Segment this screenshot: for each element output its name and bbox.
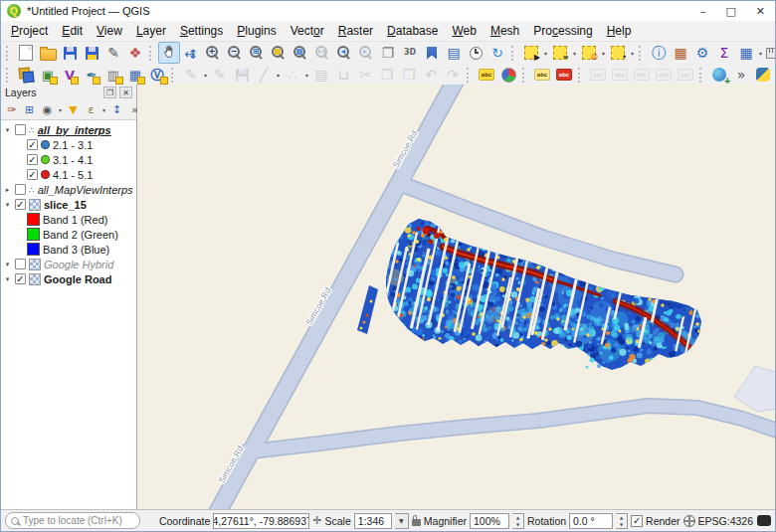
save-project-button[interactable] [59,42,81,64]
layer-tree-row[interactable]: Band 1 (Red) [1,212,136,227]
layer-tree-row[interactable]: Band 2 (Green) [1,227,136,242]
add-group-button[interactable]: ⊞ [21,101,38,118]
layer-name[interactable]: Google Road [44,273,111,285]
menu-web[interactable]: Web [445,22,483,40]
show-sum-button[interactable]: Σ [713,42,735,64]
toolbar-grip[interactable] [511,46,517,61]
coordinate-input[interactable]: 44,27611°, -79.886937° [213,513,309,529]
open-project-button[interactable] [37,42,59,64]
redo-button[interactable]: ↷ [442,64,464,86]
toolbar-grip[interactable] [467,68,473,83]
expander-icon[interactable]: ▾ [3,201,12,209]
toolbar-grip[interactable] [639,46,645,61]
menu-layer[interactable]: Layer [129,22,173,40]
paste-features-button[interactable]: ❒ [398,64,420,86]
scale-input[interactable]: 1:346 [354,513,392,529]
new-shapefile-layer-button[interactable]: V [59,64,81,86]
pan-map-button[interactable] [158,42,180,64]
new-virtual-layer-button[interactable]: Ⓥ [146,64,168,86]
toolbar-grip[interactable] [699,68,705,83]
layer-visibility-checkbox[interactable]: ✓ [27,154,38,165]
toolbar-grip[interactable] [6,46,12,61]
processing-toolbox-button[interactable]: ⚙ [691,42,713,64]
refresh-button[interactable]: ↻ [486,42,508,64]
metasearch-button[interactable] [708,64,730,86]
label-toolbar-more-button[interactable]: abc [675,64,696,86]
menu-database[interactable]: Database [380,22,445,40]
panel-undock-button[interactable]: ❐ [103,87,116,98]
layer-visibility-checkbox[interactable]: ✓ [27,139,38,150]
expander-icon[interactable]: ▸ [3,186,12,194]
toolbar-grip[interactable] [6,68,12,83]
filter-by-expression-dropdown[interactable]: ▾ [100,100,107,120]
magnifier-spinner[interactable]: ▲▼ [512,513,524,529]
scale-dropdown[interactable]: ▼ [395,513,409,529]
rotation-input[interactable]: 0.0 ° [569,513,613,529]
menu-processing[interactable]: Processing [526,22,599,40]
menu-vector[interactable]: Vector [284,22,331,40]
layer-labeling-options-button[interactable]: abc [476,64,497,86]
layer-tree-row[interactable]: ▾Google Hybrid [1,257,136,271]
magnifier-input[interactable]: 100% [470,513,509,529]
show-bookmarks-button[interactable]: ▤ [443,42,465,64]
expander-icon[interactable]: ▾ [3,261,12,268]
python-console-button[interactable] [752,64,774,86]
layer-tree-row[interactable]: ✓4.1 - 5.1 [1,167,136,182]
layer-name[interactable]: all_MapViewInterps [38,184,133,196]
style-manager-button[interactable]: ❖ [124,42,146,64]
new-print-layout-button[interactable]: ✎ [102,42,124,64]
vertex-tool-button[interactable]: ∴ [282,64,303,86]
pan-to-selection-button[interactable] [180,42,202,64]
vertex-tool-dropdown[interactable]: ▾ [303,65,310,85]
deselect-features-dropdown[interactable]: ▾ [600,43,607,63]
menu-settings[interactable]: Settings [173,22,230,40]
zoom-full-button[interactable]: ⊞ [246,42,268,64]
locator-input[interactable]: Type to locate (Ctrl+K) [5,512,140,529]
save-layer-edits-button[interactable] [231,64,253,86]
open-layer-styling-button[interactable]: ✑ [3,101,20,118]
current-edits-dropdown[interactable]: ▾ [202,65,209,85]
menu-raster[interactable]: Raster [331,22,380,40]
messages-icon[interactable] [757,515,771,526]
minimize-button[interactable]: – [700,5,706,18]
panel-close-button[interactable]: ✕ [119,87,132,98]
new-temporary-scratch-layer-button[interactable]: ▥ [102,64,124,86]
layer-visibility-checkbox[interactable]: ✓ [15,199,26,210]
digitize-with-segment-button[interactable]: ╱ [253,64,275,86]
expander-icon[interactable]: ▾ [3,126,12,134]
menu-help[interactable]: Help [600,22,639,40]
menu-edit[interactable]: Edit [55,22,90,40]
toggle-editing-button[interactable]: ✎ [209,64,231,86]
select-features-by-value-button[interactable]: ≡ [549,42,571,64]
extents-toggle-icon[interactable]: ✛ [312,515,321,526]
new-mesh-layer-button[interactable]: ▦ [124,64,146,86]
menu-plugins[interactable]: Plugins [230,22,283,40]
measure-line-button[interactable] [764,42,775,64]
highlight-pinned-labels-button[interactable]: abc [553,64,575,86]
copy-features-button[interactable]: ❐ [376,64,398,86]
toolbar-grip[interactable] [578,68,584,83]
render-checkbox[interactable]: ✓ [631,515,643,527]
undo-button[interactable]: ↶ [420,64,442,86]
layer-tree-row[interactable]: Band 3 (Blue) [1,242,136,257]
layer-visibility-checkbox[interactable] [15,124,26,135]
rotation-spinner[interactable]: ▲▼ [616,513,628,529]
lock-scale-icon[interactable] [412,519,421,526]
plugins-overflow-button[interactable]: » [730,64,752,86]
filter-by-expression-button[interactable]: ε [83,101,99,118]
crs-indicator[interactable]: EPSG:4326 [698,515,753,527]
new-spatial-bookmark-button[interactable] [421,42,443,64]
zoom-next-button[interactable]: ▸ [355,42,377,64]
layer-diagram-options-button[interactable] [497,64,519,86]
maximize-button[interactable]: □ [725,5,735,18]
layer-name[interactable]: slice_15 [44,199,87,211]
digitize-with-segment-dropdown[interactable]: ▾ [275,65,282,85]
new-project-button[interactable] [15,42,37,64]
manage-map-themes-dropdown[interactable]: ▾ [57,100,64,120]
pin-labels-button[interactable]: abc [531,64,553,86]
layer-visibility-checkbox[interactable] [15,184,26,195]
layer-visibility-checkbox[interactable]: ✓ [15,273,26,284]
new-spatialite-layer-button[interactable]: ✒ [81,64,102,86]
menu-mesh[interactable]: Mesh [484,22,526,40]
layer-tree-row[interactable]: ▸∴all_MapViewInterps [1,182,136,197]
